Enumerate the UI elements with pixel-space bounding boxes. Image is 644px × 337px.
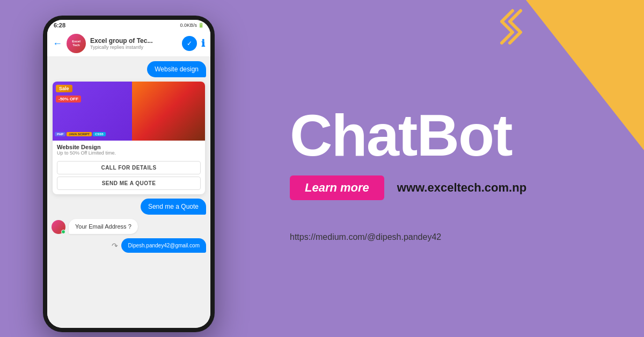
product-card: Sale -50% OFF PHP JAVA SCRIPT CSS5 (53, 82, 205, 194)
learn-more-row: Learn more www.exceltech.com.np (290, 175, 526, 200)
info-icon[interactable]: ℹ (201, 38, 205, 49)
css-badge: CSS5 (93, 132, 106, 136)
learn-more-button[interactable]: Learn more (290, 175, 384, 200)
chat-body: Website design Sale -50% OFF PHP JAVA SC… (47, 57, 210, 328)
send-quote-button[interactable]: SEND ME A QUOTE (57, 177, 201, 190)
product-subtitle: Up to 50% Off Limited time. (57, 150, 201, 156)
squiggle-decoration (496, 8, 529, 51)
js-badge: JAVA SCRIPT (67, 132, 92, 136)
message-sent-quote: Send me a Quote (141, 199, 206, 215)
message-sent-email: Dipesh.pandey42@gmail.com (121, 238, 206, 253)
tech-badges: PHP JAVA SCRIPT CSS5 (55, 132, 130, 136)
back-arrow-icon[interactable]: ← (53, 38, 62, 49)
call-details-button[interactable]: CALL FOR DETAILS (57, 161, 201, 174)
share-icon[interactable]: ↷ (112, 241, 118, 250)
website-url: www.exceltech.com.np (397, 181, 526, 195)
product-actions: CALL FOR DETAILS SEND ME A QUOTE (53, 159, 205, 194)
sale-badge: Sale (56, 85, 72, 92)
message-row-email-ask: Your Email Address ? (52, 219, 206, 234)
chat-name: Excel group of Tec... (90, 37, 178, 45)
checkmark-button[interactable]: ✓ (182, 36, 197, 51)
chatbot-title: ChatBot (290, 106, 512, 165)
product-images: Sale -50% OFF PHP JAVA SCRIPT CSS5 (53, 82, 205, 141)
chat-info: Excel group of Tec... Typically replies … (90, 37, 178, 50)
message-sent-design: Website design (147, 61, 206, 77)
chat-header: ← ExcelTech Excel group of Tec... Typica… (47, 31, 210, 57)
online-dot (61, 230, 65, 234)
product-image-right (132, 82, 205, 141)
status-icons: 0.0KB/s 🔋 (180, 23, 204, 28)
phone-mockup: 6:28 0.0KB/s 🔋 ← ExcelTech Excel group o… (43, 16, 215, 332)
right-section: ChatBot Learn more www.exceltech.com.np … (258, 0, 644, 337)
status-bar: 6:28 0.0KB/s 🔋 (47, 20, 210, 31)
product-text: Website Design Up to 50% Off Limited tim… (53, 141, 205, 159)
chat-header-icons: ✓ ℹ (182, 36, 205, 51)
battery-icon: 🔋 (198, 23, 204, 28)
phone-screen: 6:28 0.0KB/s 🔋 ← ExcelTech Excel group o… (47, 20, 210, 328)
medium-url[interactable]: https://medium.com/@dipesh.pandey42 (290, 232, 441, 242)
network-info: 0.0KB/s (180, 23, 197, 28)
discount-badge: -50% OFF (56, 96, 81, 102)
bot-avatar (52, 220, 65, 234)
status-time: 6:28 (54, 22, 65, 28)
chat-status: Typically replies instantly (90, 45, 178, 50)
phone-section: 6:28 0.0KB/s 🔋 ← ExcelTech Excel group o… (0, 0, 258, 337)
php-badge: PHP (55, 132, 65, 136)
message-received-email: Your Email Address ? (69, 219, 138, 234)
product-title: Website Design (57, 144, 201, 150)
chat-avatar: ExcelTech (67, 34, 86, 53)
product-image-left: Sale -50% OFF PHP JAVA SCRIPT CSS5 (53, 82, 132, 141)
